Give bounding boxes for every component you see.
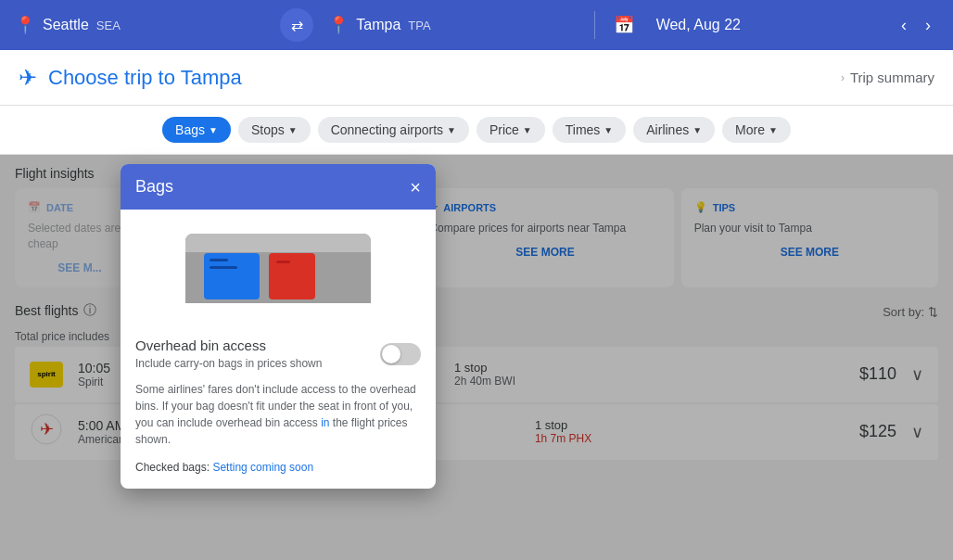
stops-filter-label: Stops — [251, 122, 285, 137]
bin-outer — [185, 234, 371, 303]
modal-title: Bags — [135, 177, 173, 197]
checked-bags-row: Checked bags: Setting coming soon — [135, 461, 421, 474]
date-text: Wed, Aug 22 — [656, 17, 741, 33]
airlines-filter-label: Airlines — [646, 122, 689, 137]
chevron-right-icon: › — [841, 71, 845, 84]
prev-date-button[interactable]: ‹ — [894, 12, 914, 39]
more-filter-label: More — [735, 122, 765, 137]
price-filter-button[interactable]: Price ▼ — [476, 117, 545, 143]
checked-bags-value: Setting coming soon — [212, 461, 313, 474]
swap-icon: ⇄ — [291, 17, 303, 34]
destination-city-name: Tampa — [356, 17, 400, 33]
modal-close-button[interactable]: × — [410, 178, 421, 197]
more-filter-button[interactable]: More ▼ — [722, 117, 791, 143]
connecting-airports-filter-button[interactable]: Connecting airports ▼ — [318, 117, 469, 143]
overhead-bin-subtitle: Include carry-on bags in prices shown — [135, 357, 322, 370]
modal-overlay: Bags × Overhead — [0, 155, 953, 560]
stops-filter-button[interactable]: Stops ▼ — [238, 117, 311, 143]
destination-location-icon: 📍 — [328, 15, 349, 35]
checked-bags-label: Checked bags: — [135, 461, 210, 474]
bag-blue — [204, 253, 260, 299]
bag-red — [269, 253, 315, 299]
bin-lid — [185, 234, 371, 252]
modal-body: Overhead bin access Include carry-on bag… — [121, 210, 436, 489]
sub-header: ✈ Choose trip to Tampa › Trip summary — [0, 50, 953, 106]
trip-summary-label: Trip summary — [850, 70, 934, 85]
swap-button[interactable]: ⇄ — [280, 8, 313, 42]
price-filter-label: Price — [489, 122, 519, 137]
bags-filter-button[interactable]: Bags ▼ — [162, 117, 231, 143]
origin-city-code: SEA — [96, 19, 121, 32]
more-dropdown-icon: ▼ — [769, 125, 778, 135]
content-area: Flight insights 📅 DATE Selected dates ar… — [0, 155, 953, 560]
header: 📍 Seattle SEA ⇄ 📍 Tampa TPA 📅 Wed, Aug 2… — [0, 0, 953, 50]
overhead-bin-image — [135, 224, 421, 326]
destination-city[interactable]: Tampa TPA — [356, 17, 586, 33]
page-title: Choose trip to Tampa — [48, 66, 242, 90]
origin-location-icon: 📍 — [15, 15, 35, 35]
destination-city-code: TPA — [408, 19, 430, 32]
bags-filter-label: Bags — [175, 122, 205, 137]
plane-depart-icon: ✈ — [19, 65, 37, 91]
airlines-filter-button[interactable]: Airlines ▼ — [633, 117, 715, 143]
bags-dropdown-icon: ▼ — [209, 125, 218, 135]
origin-city[interactable]: Seattle SEA — [43, 17, 273, 33]
trip-title-area: ✈ Choose trip to Tampa — [19, 65, 841, 91]
overhead-bin-text: Overhead bin access Include carry-on bag… — [135, 337, 322, 370]
origin-city-name: Seattle — [43, 17, 89, 33]
header-date[interactable]: Wed, Aug 22 — [642, 17, 886, 33]
overhead-bin-toggle-row: Overhead bin access Include carry-on bag… — [135, 337, 421, 370]
filter-bar: Bags ▼ Stops ▼ Connecting airports ▼ Pri… — [0, 106, 953, 155]
times-dropdown-icon: ▼ — [604, 125, 613, 135]
date-navigation: ‹ › — [894, 12, 938, 39]
bin-illustration — [185, 234, 371, 317]
price-dropdown-icon: ▼ — [523, 125, 532, 135]
connecting-airports-filter-label: Connecting airports — [331, 122, 443, 137]
connecting-airports-dropdown-icon: ▼ — [447, 125, 456, 135]
bags-modal: Bags × Overhead — [121, 164, 436, 489]
modal-description: Some airlines' fares don't include acces… — [135, 381, 421, 448]
times-filter-label: Times — [565, 122, 601, 137]
airlines-dropdown-icon: ▼ — [693, 125, 702, 135]
calendar-icon: 📅 — [614, 15, 634, 35]
times-filter-button[interactable]: Times ▼ — [553, 117, 627, 143]
modal-header: Bags × — [121, 164, 436, 210]
header-divider — [594, 11, 595, 39]
trip-summary-link[interactable]: › Trip summary — [841, 70, 934, 85]
next-date-button[interactable]: › — [918, 12, 938, 39]
overhead-bin-toggle[interactable] — [380, 343, 421, 365]
overhead-bin-title: Overhead bin access — [135, 337, 322, 353]
stops-dropdown-icon: ▼ — [288, 125, 298, 135]
